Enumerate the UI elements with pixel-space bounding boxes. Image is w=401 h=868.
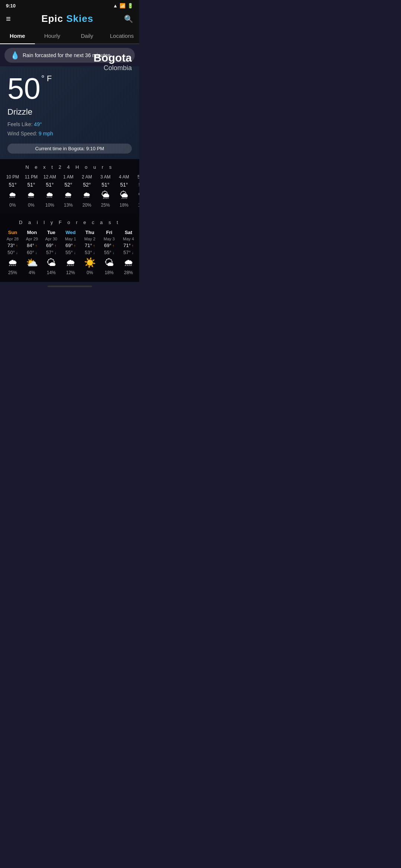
day-date: May 2 [84,237,95,241]
day-high: 71° [85,243,95,248]
day-precip: 25% [8,270,17,275]
hour-temp: 51° [101,182,109,188]
wind-speed: 9 mph [39,131,53,137]
hour-icon: 🌦 [101,190,110,200]
hour-icon: 🌧 [83,190,91,200]
day-high: 69° [65,243,75,248]
status-time: 9:10 [6,3,16,9]
day-precip: 14% [47,270,56,275]
weather-condition: Drizzle [7,107,132,117]
hour-icon: 🌦 [138,190,139,200]
hour-item: 3 AM 51° 🌦 25% [97,174,114,208]
day-precip: 4% [29,270,35,275]
tab-daily[interactable]: Daily [70,29,105,43]
day-icon: ⛅ [26,257,38,269]
tab-home[interactable]: Home [0,29,35,43]
hour-precip: 18% [120,203,128,208]
day-item: Sat May 4 71° 57° 🌧 28% [119,230,138,275]
status-bar: 9:10 ▲ 📶 🔋 [0,0,139,10]
hour-precip: 15% [138,203,139,208]
hour-precip: 25% [101,203,110,208]
day-name: Sun [8,230,17,235]
temperature: 50 [7,74,40,103]
rain-drop-icon: 💧 [10,51,20,60]
day-name: Fri [106,230,113,235]
hour-icon: 🌧 [64,190,72,200]
day-high: 69° [104,243,114,248]
day-icon: 🌧 [66,257,75,269]
hour-precip: 20% [82,203,91,208]
next24-section: N e x t 2 4 H o u r s 10 PM 51° 🌧 0% 11 … [0,159,139,214]
day-name: Mon [27,230,37,235]
day-date: Apr 30 [45,237,57,241]
location-block: Bogota Colombia [94,52,132,72]
day-icon: 🌧 [8,257,17,269]
day-precip: 12% [66,270,75,275]
temp-unit: ° F [41,74,52,83]
day-date: May 3 [104,237,115,241]
hour-temp: 52° [83,182,91,188]
tab-hourly[interactable]: Hourly [35,29,70,43]
day-icon: 🌤 [46,257,56,269]
hour-label: 5 AM [137,174,139,180]
hour-precip: 0% [28,203,34,208]
day-low: 50° [7,250,17,255]
weather-details: Feels Like: 49° Wind Speed: 9 mph [7,120,132,138]
hour-label: 3 AM [100,174,110,180]
app-title: Epic Skies [41,13,93,24]
hour-temp: 51° [27,182,35,188]
day-high: 69° [46,243,56,248]
hour-icon: 🌧 [27,190,35,200]
hero-section: 50 ° F Bogota Colombia Drizzle Feels Lik… [0,66,139,159]
daily-section: D a i l y F o r e c a s t Sun Apr 28 73°… [0,214,139,282]
day-icon: 🌤 [104,257,114,269]
hour-temp: 52° [64,182,72,188]
daily-scroll[interactable]: Sun Apr 28 73° 50° 🌧 25% Mon Apr 29 84° … [0,230,139,278]
hour-temp: 51° [138,182,139,188]
menu-icon[interactable]: ≡ [6,14,11,24]
hour-item: 10 PM 51° 🌧 0% [4,174,22,208]
hour-label: 12 AM [43,174,56,180]
nav-tabs: Home Hourly Daily Locations [0,29,139,44]
day-item: Wed May 1 69° 55° 🌧 12% [61,230,80,275]
hour-precip: 13% [64,203,73,208]
hour-temp: 51° [9,182,16,188]
day-item: Tue Apr 30 69° 57° 🌤 14% [42,230,61,275]
day-item: Sun Apr 28 73° 50° 🌧 25% [3,230,22,275]
day-icon: ☀️ [84,257,96,269]
day-low: 57° [46,250,56,255]
day-low: 57° [123,250,133,255]
hourly-scroll[interactable]: 10 PM 51° 🌧 0% 11 PM 51° 🌧 0% 12 AM 51° … [0,174,139,211]
day-low: 60° [27,250,37,255]
daily-title: D a i l y F o r e c a s t [0,220,139,225]
next24-title: N e x t 2 4 H o u r s [0,164,139,170]
hour-label: 2 AM [82,174,92,180]
hour-label: 10 PM [6,174,19,180]
day-high: 73° [7,243,17,248]
day-name: Tue [47,230,55,235]
day-low: 55° [65,250,75,255]
tab-locations[interactable]: Locations [104,29,139,43]
hour-precip: 10% [45,203,54,208]
app-header: ≡ Epic Skies 🔍 [0,10,139,29]
hour-temp: 51° [46,182,53,188]
hour-item: 11 PM 51° 🌧 0% [22,174,40,208]
signal-icon: ▲ [113,3,118,9]
day-date: May 4 [123,237,134,241]
feels-like: 49° [34,121,42,127]
day-name: Thu [85,230,94,235]
current-time-badge: Current time in Bogota: 9:10 PM [7,144,132,154]
day-precip: 0% [87,270,93,275]
search-icon[interactable]: 🔍 [124,14,133,23]
day-icon: 🌧 [124,257,133,269]
hour-label: 1 AM [63,174,73,180]
day-item: Fri May 3 69° 55° 🌤 18% [100,230,119,275]
wifi-icon: 📶 [120,3,125,9]
hour-item: 2 AM 52° 🌧 20% [78,174,96,208]
status-icons: ▲ 📶 🔋 [113,3,133,9]
day-name: Wed [65,230,75,235]
day-date: May 1 [65,237,76,241]
day-item: Mon Apr 29 84° 60° ⛅ 4% [22,230,42,275]
hour-item: 4 AM 51° 🌦 18% [115,174,133,208]
day-name: Sat [125,230,132,235]
